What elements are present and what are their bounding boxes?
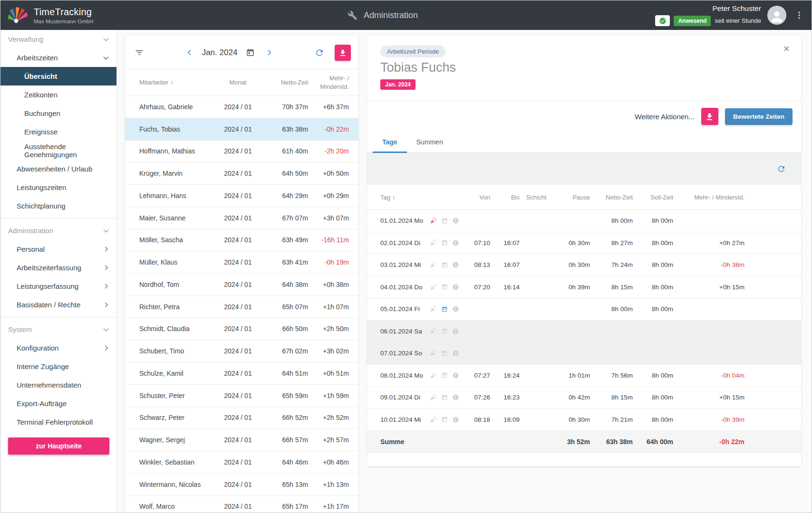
employee-row[interactable]: Möller, Sascha 2024 / 01 63h 49m -16h 11… bbox=[125, 229, 358, 251]
employee-row[interactable]: Müller, Klaus 2024 / 01 63h 41m -0h 19m bbox=[125, 251, 358, 273]
column-header-mitarbeiter[interactable]: Mitarbeiter↑ bbox=[139, 79, 215, 86]
sidebar-item-terminal-fehlerprotokoll[interactable]: Terminal Fehlerprotokoll bbox=[0, 413, 116, 431]
holiday-party-popper-icon[interactable] bbox=[430, 217, 437, 224]
absence-calendar-icon[interactable] bbox=[441, 262, 448, 268]
sidebar-item-arbeitszeiten[interactable]: Arbeitszeiten bbox=[0, 48, 116, 67]
employee-row[interactable]: Schulze, Kamil 2024 / 01 64h 51m +0h 51m bbox=[125, 362, 358, 384]
sidebar-item-interne-zugaenge[interactable]: Interne Zugänge bbox=[0, 357, 116, 376]
absence-calendar-icon[interactable] bbox=[441, 306, 448, 313]
column-header-mehr-minderstd[interactable]: Mehr- / Minderstd. bbox=[673, 194, 744, 201]
column-header-netto-zeit[interactable]: Netto-Zeit bbox=[261, 78, 308, 87]
day-row[interactable]: 03.01.2024 Mi 08:13 16:07 0h 30m 7h 24m … bbox=[367, 254, 801, 276]
holiday-party-popper-icon[interactable] bbox=[430, 239, 437, 247]
holiday-party-popper-icon[interactable] bbox=[430, 261, 437, 268]
holiday-party-popper-icon[interactable] bbox=[430, 350, 437, 357]
holiday-party-popper-icon[interactable] bbox=[430, 372, 437, 379]
day-row[interactable]: 02.01.2024 Di 07:10 16:07 0h 30m 8h 27m … bbox=[367, 232, 801, 255]
holiday-party-popper-icon[interactable] bbox=[430, 305, 437, 313]
absence-calendar-icon[interactable] bbox=[441, 239, 448, 246]
month-picker-button[interactable] bbox=[244, 46, 257, 59]
sidebar-item-buchungen[interactable]: Buchungen bbox=[0, 104, 116, 123]
export-button[interactable] bbox=[335, 45, 351, 61]
absence-calendar-icon[interactable] bbox=[441, 218, 448, 224]
refresh-detail-button[interactable] bbox=[775, 162, 788, 175]
holiday-party-popper-icon[interactable] bbox=[430, 284, 437, 291]
tab-summen[interactable]: Summen bbox=[407, 132, 453, 152]
column-header-von[interactable]: Von bbox=[466, 194, 490, 201]
info-exclamation-icon[interactable] bbox=[452, 372, 459, 379]
info-exclamation-icon[interactable] bbox=[452, 394, 459, 401]
export-detail-button[interactable] bbox=[701, 108, 718, 125]
employee-row[interactable]: Schmidt, Claudia 2024 / 01 66h 50m +2h 5… bbox=[125, 318, 358, 340]
employee-row[interactable]: Nordhof, Tom 2024 / 01 64h 38m +0h 38m bbox=[125, 273, 358, 295]
holiday-party-popper-icon[interactable] bbox=[430, 394, 437, 401]
absence-calendar-icon[interactable] bbox=[441, 372, 448, 379]
absence-calendar-icon[interactable] bbox=[441, 284, 448, 290]
sidebar-item-export-auftraege[interactable]: Export-Aufträge bbox=[0, 394, 116, 413]
employee-row[interactable]: Lehmann, Hans 2024 / 01 64h 29m +0h 29m bbox=[125, 184, 358, 207]
employee-row[interactable]: Fuchs, Tobias 2024 / 01 63h 38m -0h 22m bbox=[125, 118, 358, 140]
sidebar-item-uebersicht[interactable]: Übersicht bbox=[0, 67, 116, 86]
info-exclamation-icon[interactable] bbox=[452, 239, 459, 247]
employee-row[interactable]: Maier, Susanne 2024 / 01 67h 07m +3h 07m bbox=[125, 207, 358, 229]
day-row[interactable]: 09.01.2024 Di 07:26 16:23 0h 42m 8h 15m … bbox=[367, 387, 801, 409]
column-header-schicht[interactable]: Schicht bbox=[520, 194, 553, 201]
info-exclamation-icon[interactable] bbox=[452, 261, 459, 268]
sidebar-item-zeitkonten[interactable]: Zeitkonten bbox=[0, 86, 116, 104]
info-exclamation-icon[interactable] bbox=[452, 284, 459, 291]
info-exclamation-icon[interactable] bbox=[452, 328, 459, 335]
absence-calendar-icon[interactable] bbox=[441, 350, 448, 357]
filter-button[interactable] bbox=[133, 46, 146, 59]
employee-row[interactable]: Ahrhaus, Gabriele 2024 / 01 70h 37m +6h … bbox=[125, 95, 358, 118]
column-header-mehr-minderstd[interactable]: Mehr- / Minderstd. bbox=[308, 74, 349, 91]
more-actions-label[interactable]: Weitere Aktionen... bbox=[635, 113, 695, 121]
absence-calendar-icon[interactable] bbox=[441, 328, 448, 334]
column-header-pause[interactable]: Pause bbox=[553, 194, 590, 201]
sidebar-item-ereignisse[interactable]: Ereignisse bbox=[0, 123, 116, 141]
sidebar-item-konfiguration[interactable]: Konfiguration bbox=[0, 339, 116, 357]
sidebar-item-leistungserfassung[interactable]: Leistungserfassung bbox=[0, 277, 116, 295]
column-header-monat[interactable]: Monat bbox=[215, 79, 261, 86]
info-exclamation-icon[interactable] bbox=[452, 416, 459, 423]
home-page-button[interactable]: zur Hauptseite bbox=[8, 437, 109, 455]
overflow-menu-button[interactable] bbox=[793, 9, 806, 22]
column-header-bis[interactable]: Bis bbox=[490, 194, 520, 201]
day-row[interactable]: 05.01.2024 Fr 8h 00m 8h 00m bbox=[367, 298, 801, 321]
employee-row[interactable]: Winkler, Sebastian 2024 / 01 64h 46m +0h… bbox=[125, 451, 358, 473]
sidebar-item-schichtplanung[interactable]: Schichtplanung bbox=[0, 197, 116, 215]
day-row[interactable]: 08.01.2024 Mo 07:27 16:24 1h 01m 7h 56m … bbox=[367, 365, 801, 387]
day-row[interactable]: 04.01.2024 Do 07:20 16:14 0h 39m 8h 15m … bbox=[367, 276, 801, 299]
sidebar-item-ausstehende-genehmigungen[interactable]: Ausstehende Genehmigungen bbox=[0, 141, 116, 160]
sidebar-item-unternehmensdaten[interactable]: Unternehmensdaten bbox=[0, 376, 116, 394]
app-brand[interactable]: TimeTracking Max Mustermann GmbH bbox=[7, 6, 93, 24]
employee-row[interactable]: Wolf, Marco 2024 / 01 65h 17m +1h 17m bbox=[125, 495, 358, 513]
sidebar-item-personal[interactable]: Personal bbox=[0, 240, 116, 258]
holiday-party-popper-icon[interactable] bbox=[430, 416, 437, 423]
sidebar-section-administration[interactable]: Administration bbox=[0, 221, 116, 240]
absence-calendar-icon[interactable] bbox=[441, 394, 448, 401]
info-exclamation-icon[interactable] bbox=[452, 217, 459, 224]
close-button[interactable] bbox=[782, 44, 792, 54]
column-header-tag[interactable]: Tag↑ bbox=[380, 194, 466, 201]
refresh-button[interactable] bbox=[313, 46, 326, 59]
employee-row[interactable]: Schuster, Peter 2024 / 01 65h 59m +1h 59… bbox=[125, 384, 358, 407]
sidebar-item-abwesenheiten-urlaub[interactable]: Abwesenheiten / Urlaub bbox=[0, 160, 116, 178]
sidebar-section-verwaltung[interactable]: Verwaltung bbox=[0, 30, 116, 48]
employee-row[interactable]: Schubert, Timo 2024 / 01 67h 02m +3h 02m bbox=[125, 340, 358, 362]
employee-row[interactable]: Hoffmann, Mathias 2024 / 01 61h 40m -2h … bbox=[125, 140, 358, 162]
employee-row[interactable]: Wintermann, Nicolas 2024 / 01 65h 13m +1… bbox=[125, 473, 358, 495]
holiday-party-popper-icon[interactable] bbox=[430, 328, 437, 335]
employee-row[interactable]: Wagner, Sergej 2024 / 01 66h 57m +2h 57m bbox=[125, 428, 358, 451]
previous-month-button[interactable] bbox=[184, 47, 195, 58]
info-exclamation-icon[interactable] bbox=[452, 350, 459, 357]
day-row[interactable]: 07.01.2024 So bbox=[367, 342, 801, 365]
employee-row[interactable]: Schwarz, Peter 2024 / 01 66h 52m +2h 52m bbox=[125, 407, 358, 429]
sidebar-item-arbeitszeiterfassung[interactable]: Arbeitszeiterfassung bbox=[0, 258, 116, 277]
absence-calendar-icon[interactable] bbox=[441, 416, 448, 423]
day-row[interactable]: 06.01.2024 Sa bbox=[367, 321, 801, 343]
terminal-status-badge[interactable] bbox=[655, 15, 670, 26]
sidebar-section-system[interactable]: System bbox=[0, 320, 116, 339]
day-row[interactable]: 10.01.2024 Mi 08:18 16:09 0h 30m 7h 21m … bbox=[367, 409, 801, 431]
avatar[interactable] bbox=[767, 6, 786, 25]
sidebar-item-leistungszeiten[interactable]: Leistungszeiten bbox=[0, 178, 116, 197]
